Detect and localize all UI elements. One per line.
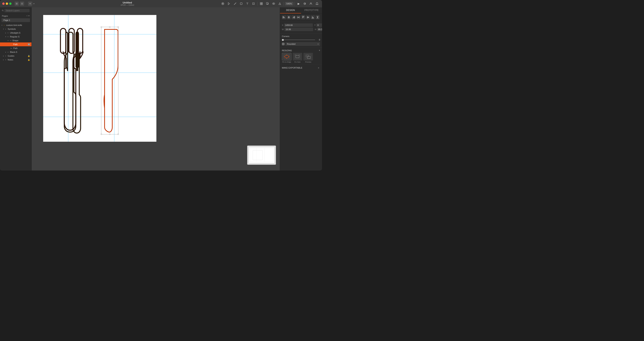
tab-design[interactable]: DESIGN: [280, 7, 301, 14]
layer-custom-fork-knife[interactable]: ▾ ▪ custom.fork.knife: [0, 23, 32, 27]
add-exportable-button[interactable]: +: [317, 66, 320, 69]
corners-slider-thumb: [282, 39, 284, 41]
w-input[interactable]: [284, 28, 313, 31]
tool-pen-btn[interactable]: [232, 1, 238, 6]
layer-label: Notes: [8, 59, 27, 61]
svg-rect-30: [294, 17, 295, 17]
account-button[interactable]: [308, 1, 314, 6]
tool-shape-btn[interactable]: [238, 1, 244, 6]
svg-rect-10: [266, 3, 268, 4]
toolbar-divider-1: [257, 2, 258, 6]
position-section: X Y W H: [280, 22, 322, 34]
svg-rect-34: [298, 17, 299, 18]
search-input[interactable]: [4, 9, 30, 12]
minimize-button[interactable]: [6, 3, 8, 5]
tool-type-btn[interactable]: [245, 1, 250, 6]
maximize-button[interactable]: [9, 3, 12, 5]
align-left-btn[interactable]: [282, 15, 286, 20]
chevron-icon: ▸: [5, 32, 6, 34]
notification-button[interactable]: [314, 1, 320, 6]
svg-marker-2: [228, 3, 230, 5]
chevron-icon: ▾: [8, 40, 8, 42]
traffic-lights: [2, 3, 12, 5]
align-right-btn[interactable]: [292, 15, 296, 20]
document-sub: sRGB — Edited: [120, 4, 134, 6]
grid-toggle-button[interactable]: ⊟: [20, 2, 24, 6]
svg-rect-7: [260, 4, 261, 5]
add-page-icon[interactable]: +: [26, 15, 28, 17]
exportable-section: MAKE EXPORTABLE +: [280, 65, 322, 71]
pages-chevron-icon[interactable]: ▾: [28, 15, 30, 17]
lock-icon: 🔒: [28, 55, 30, 57]
search-bar: [0, 7, 32, 14]
alignment-section: [280, 14, 322, 22]
layer-symbols[interactable]: ▾ ▪ Symbols: [0, 27, 32, 31]
tool-copy-btn[interactable]: [265, 1, 270, 6]
layer-path-1[interactable]: ⊢ Path ≡: [0, 43, 32, 46]
tool-bool-btn[interactable]: [271, 1, 276, 6]
add-button[interactable]: +: [28, 2, 32, 6]
tool-mask-btn[interactable]: [277, 1, 282, 6]
pin-to-edge-label: Pin to Edge: [282, 61, 291, 63]
corners-type-select[interactable]: Rounded ▾: [285, 42, 320, 46]
w-label: W: [282, 29, 284, 31]
chevron-icon: ▾: [2, 24, 2, 26]
layer-notes[interactable]: ▸ ▪ Notes 🔒: [0, 58, 32, 62]
fix-size-icon: [293, 53, 302, 61]
toolbar: 545% ▶: [220, 1, 320, 6]
align-center-v-btn[interactable]: [306, 15, 310, 20]
preview-option[interactable]: Preview: [304, 53, 313, 63]
mini-preview-svg: [249, 147, 274, 163]
layer-label: Shape: [12, 39, 30, 42]
folder-icon: ▪: [4, 58, 7, 61]
y-input[interactable]: [316, 24, 322, 27]
align-bottom-btn[interactable]: [311, 15, 315, 20]
layer-regular-s[interactable]: ▾ ▪ Regular-S: [0, 35, 32, 39]
tool-insert-btn[interactable]: [259, 1, 264, 6]
add-control: + ▾: [28, 2, 34, 6]
x-label: X: [282, 24, 283, 26]
layer-label: Symbols: [8, 28, 30, 30]
x-input[interactable]: [284, 24, 313, 27]
layer-label: custom.fork.knife: [6, 24, 30, 26]
tool-arrow-btn[interactable]: [226, 1, 232, 6]
title-center: Untitled sRGB — Edited: [36, 1, 218, 6]
align-center-h-btn[interactable]: [287, 15, 291, 20]
layer-black-s[interactable]: ▸ ▪ Black-S: [0, 50, 32, 54]
corners-slider-row: 0: [282, 39, 320, 41]
align-top-btn[interactable]: [301, 15, 305, 20]
svg-rect-46: [317, 17, 318, 18]
shape-icon: ⊣: [9, 39, 12, 42]
distribute-h-btn[interactable]: [296, 15, 300, 20]
svg-rect-37: [304, 17, 304, 18]
h-input[interactable]: [317, 28, 322, 31]
layer-ultralight-s[interactable]: ▸ ▪ Ultralight-S: [0, 31, 32, 35]
zoom-control[interactable]: 545%: [285, 2, 294, 5]
window-toggle-button[interactable]: ⊞: [14, 2, 19, 6]
pin-to-edge-option[interactable]: Pin to Edge: [282, 53, 292, 63]
play-button[interactable]: ▶: [296, 1, 301, 6]
corners-type-row: Rounded ▾: [282, 42, 320, 46]
fix-size-option[interactable]: Fix Size: [293, 53, 302, 63]
tab-prototype[interactable]: PROTOTYPE: [301, 7, 322, 14]
svg-rect-42: [312, 17, 312, 18]
corners-chevron-icon: ▾: [318, 43, 318, 45]
share-button[interactable]: [302, 1, 308, 6]
resizing-chevron-icon[interactable]: ▾: [319, 49, 320, 52]
close-button[interactable]: [2, 3, 4, 5]
canvas-area[interactable]: [32, 7, 280, 171]
corners-slider[interactable]: [282, 40, 315, 40]
layer-guides[interactable]: ▸ ▪ Guides 🔒: [0, 54, 32, 58]
svg-rect-56: [296, 56, 299, 58]
mini-preview: [247, 146, 276, 165]
tool-color-btn[interactable]: [220, 1, 226, 6]
svg-rect-19: [77, 29, 83, 53]
lock-icon: 🔒: [28, 59, 30, 61]
distribute-v-btn[interactable]: [316, 15, 320, 20]
y-label: Y: [314, 24, 316, 26]
resizing-section: RESIZING ▾: [280, 48, 322, 65]
page-1-item[interactable]: Page 1: [2, 18, 30, 22]
tool-artboard-btn[interactable]: [251, 1, 256, 6]
layer-path-2[interactable]: ⊢ Path: [0, 46, 32, 50]
layer-shape[interactable]: ▾ ⊣ Shape: [0, 39, 32, 43]
